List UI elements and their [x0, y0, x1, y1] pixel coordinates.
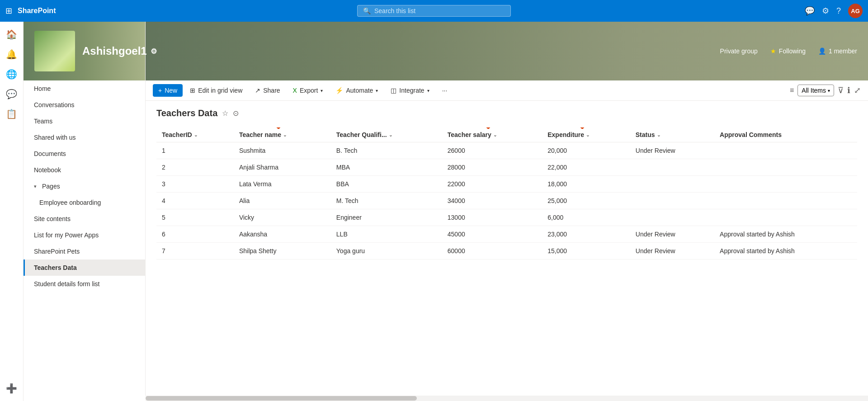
comment-icon[interactable]: 💬 — [805, 6, 815, 16]
table-row[interactable]: 6 Aakansha LLB 45000 23,000 Under Review… — [156, 226, 857, 243]
search-box: 🔍 — [357, 5, 511, 17]
avatar[interactable]: AG — [848, 4, 863, 18]
scrollbar-thumb — [146, 396, 417, 401]
sidebar-item-notebook[interactable]: Notebook — [24, 162, 145, 178]
fullscreen-icon[interactable]: ⤢ — [854, 85, 861, 95]
sidebar-item-sharepoint-pets[interactable]: SharePoint Pets — [24, 243, 145, 259]
sidebar-item-label: Site contents — [34, 215, 71, 222]
sidebar-item-list-power-apps[interactable]: List for my Power Apps — [24, 227, 145, 243]
notes-icon[interactable]: 📋 — [3, 105, 21, 123]
cell-name: Lata Verma — [234, 176, 331, 193]
activity-icon[interactable]: 🔔 — [3, 45, 21, 63]
cell-expenditure: 22,000 — [542, 159, 630, 176]
table-row[interactable]: 4 Alia M. Tech 34000 25,000 — [156, 193, 857, 209]
integrate-icon: ◫ — [391, 87, 396, 94]
table-row[interactable]: 3 Lata Verma BBA 22000 18,000 — [156, 176, 857, 193]
search-input[interactable] — [374, 7, 505, 14]
following-button[interactable]: ★ Following — [770, 47, 806, 55]
cell-status — [630, 159, 714, 176]
cell-salary: 22000 — [442, 176, 542, 193]
list-content: Teachers Data ☆ ⊙ TeacherID ⌄ — [146, 101, 868, 396]
cell-expenditure: 18,000 — [542, 176, 630, 193]
title-info-icon[interactable]: ⊙ — [233, 109, 239, 118]
sidebar-item-documents[interactable]: Documents — [24, 146, 145, 162]
group-settings-icon[interactable]: ⚙ — [151, 47, 157, 56]
cell-comments: Approval started by Ashish — [714, 226, 857, 243]
sidebar-item-shared[interactable]: Shared with us — [24, 129, 145, 146]
cell-salary: 28000 — [442, 159, 542, 176]
home-icon[interactable]: 🏠 — [3, 25, 21, 43]
cell-quali: MBA — [331, 159, 442, 176]
cell-expenditure: 6,000 — [542, 209, 630, 226]
topnav-right: 💬 ⚙ ? AG — [805, 4, 863, 18]
export-button[interactable]: X Export ▾ — [288, 84, 329, 97]
add-circle-icon[interactable]: ➕ — [3, 379, 21, 397]
cell-status — [630, 209, 714, 226]
cell-status: Under Review — [630, 142, 714, 159]
globe-icon[interactable]: 🌐 — [3, 65, 21, 83]
chat-icon[interactable]: 💬 — [3, 85, 21, 103]
more-button[interactable]: ··· — [437, 84, 453, 97]
new-button[interactable]: + New — [153, 84, 183, 97]
view-selector[interactable]: All Items ▾ — [797, 85, 834, 96]
settings-icon[interactable]: ⚙ — [822, 6, 829, 16]
col-header-quali[interactable]: Teacher Qualifi... ⌄ — [331, 127, 442, 142]
cell-salary: 34000 — [442, 193, 542, 209]
col-header-status[interactable]: Status ⌄ — [630, 127, 714, 142]
waffle-icon[interactable]: ⊞ — [5, 6, 12, 16]
checkmark-annotation-exp — [572, 127, 599, 130]
search-icon: 🔍 — [363, 7, 371, 14]
list-title-row: Teachers Data ☆ ⊙ — [156, 108, 857, 118]
cell-expenditure: 23,000 — [542, 226, 630, 243]
table-row[interactable]: 5 Vicky Engineer 13000 6,000 — [156, 209, 857, 226]
top-navbar: ⊞ SharePoint 🔍 💬 ⚙ ? AG — [0, 0, 868, 22]
sidebar-item-site-contents[interactable]: Site contents — [24, 211, 145, 227]
sidebar-item-teams[interactable]: Teams — [24, 113, 145, 129]
main-layout: Ashishgoel1 ⚙ Home Conversations Teams S… — [24, 22, 868, 396]
col-header-salary[interactable]: Teacher salary ⌄ — [442, 127, 542, 142]
edit-grid-button[interactable]: ⊞ Edit in grid view — [184, 84, 248, 97]
filter-icon[interactable]: ⊽ — [838, 85, 844, 95]
sidebar-item-conversations[interactable]: Conversations — [24, 97, 145, 113]
members-button[interactable]: 👤 1 member — [818, 47, 857, 55]
cell-comments — [714, 142, 857, 159]
cell-status: Under Review — [630, 243, 714, 259]
col-sort-icon: ⌄ — [493, 132, 497, 137]
sidebar-item-teachers-data[interactable]: Teachers Data — [24, 259, 145, 276]
cell-quali: Engineer — [331, 209, 442, 226]
bottom-scrollbar[interactable] — [146, 396, 868, 401]
share-button[interactable]: ↗ Share — [250, 84, 285, 97]
info-icon[interactable]: ℹ — [847, 85, 850, 95]
icon-rail: 🏠 🔔 🌐 💬 📋 ➕ — [0, 22, 24, 401]
group-header: Ashishgoel1 ⚙ — [24, 22, 145, 80]
cell-expenditure: 15,000 — [542, 243, 630, 259]
table-row[interactable]: 2 Anjali Sharma MBA 28000 22,000 — [156, 159, 857, 176]
integrate-button[interactable]: ◫ Integrate ▾ — [385, 84, 434, 97]
col-header-id[interactable]: TeacherID ⌄ — [156, 127, 234, 142]
sidebar-item-home[interactable]: Home — [24, 80, 145, 97]
toolbar-right: ≡ All Items ▾ ⊽ ℹ ⤢ — [790, 85, 861, 96]
cell-comments — [714, 176, 857, 193]
cell-name: Alia — [234, 193, 331, 209]
grid-icon: ⊞ — [190, 87, 195, 94]
table-row[interactable]: 7 Shilpa Shetty Yoga guru 60000 15,000 U… — [156, 243, 857, 259]
cell-salary: 26000 — [442, 142, 542, 159]
automate-button[interactable]: ⚡ Automate ▾ — [330, 84, 383, 97]
col-header-comments[interactable]: Approval Comments — [714, 127, 857, 142]
cell-quali: B. Tech — [331, 142, 442, 159]
sidebar-item-label: Shared with us — [34, 134, 76, 141]
help-icon[interactable]: ? — [836, 6, 841, 16]
automate-chevron-icon: ▾ — [376, 88, 378, 93]
sidebar-item-employee[interactable]: Employee onboarding — [24, 194, 145, 211]
title-star-icon[interactable]: ☆ — [222, 109, 228, 118]
cell-salary: 60000 — [442, 243, 542, 259]
col-header-expenditure[interactable]: Expenditure ⌄ — [542, 127, 630, 142]
sidebar-item-student-details[interactable]: Student details form list — [24, 276, 145, 292]
sidebar-item-pages[interactable]: ▾ Pages — [24, 178, 145, 194]
table-row[interactable]: 1 Sushmita B. Tech 26000 20,000 Under Re… — [156, 142, 857, 159]
col-header-name[interactable]: Teacher name ⌄ — [234, 127, 331, 142]
cell-id: 5 — [156, 209, 234, 226]
cell-name: Aakansha — [234, 226, 331, 243]
col-sort-icon: ⌄ — [389, 132, 392, 137]
sidebar-item-label: List for my Power Apps — [34, 231, 99, 239]
